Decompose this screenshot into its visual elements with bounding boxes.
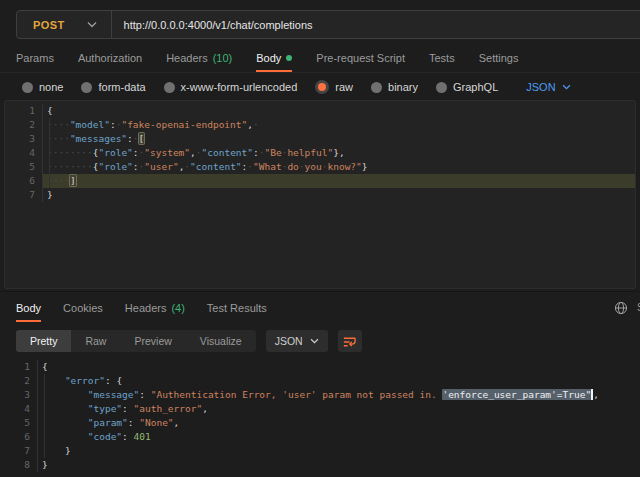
body-type-raw[interactable]: raw	[315, 80, 353, 94]
view-pretty[interactable]: Pretty	[16, 330, 71, 352]
response-tab-cookies[interactable]: Cookies	[63, 296, 103, 322]
code-token: "content"	[202, 147, 253, 158]
indent-guide	[49, 118, 50, 188]
request-body-editor[interactable]: 1{2····"model":·"fake-openai-endpoint",·…	[4, 100, 636, 289]
radio-icon	[371, 82, 382, 93]
code-token: ····	[47, 133, 70, 144]
method-selector[interactable]: POST	[17, 11, 111, 38]
body-type-form-data[interactable]: form-data	[81, 81, 145, 93]
text-wrap-icon	[342, 334, 357, 349]
body-type-x-www-form-urlencoded[interactable]: x-www-form-urlencoded	[164, 81, 298, 93]
code-token: "user"	[144, 161, 178, 172]
line-content: "param": "None",	[38, 416, 640, 430]
code-token: ········	[47, 147, 93, 158]
indent-guide	[44, 374, 45, 458]
body-type-none[interactable]: none	[22, 81, 63, 93]
code-token: ·	[133, 133, 139, 144]
code-token: "param"	[88, 417, 128, 428]
response-language-select[interactable]: JSON	[266, 330, 328, 352]
code-token: "Authentication Error, 'user' param not …	[151, 389, 443, 400]
tab-authorization[interactable]: Authorization	[78, 46, 142, 72]
code-line: 1{	[5, 104, 635, 118]
line-number: 3	[0, 388, 38, 402]
response-tabs: BodyCookiesHeaders(4)Test Results	[16, 296, 267, 322]
body-type-graphql[interactable]: GraphQL	[436, 81, 498, 93]
response-view-switcher: PrettyRawPreviewVisualize	[16, 330, 256, 352]
tab-label: Body	[256, 52, 281, 64]
response-tab-headers[interactable]: Headers(4)	[125, 296, 185, 322]
code-token: ]	[70, 175, 76, 186]
code-token: "code"	[88, 431, 122, 442]
code-line: 4········{"role":·"system",·"content":·"…	[5, 146, 635, 160]
globe-icon[interactable]	[614, 301, 628, 315]
tab-label: Headers	[166, 52, 208, 64]
response-toolbar: PrettyRawPreviewVisualize JSON	[16, 330, 362, 352]
code-token: "Be	[264, 147, 281, 158]
response-tab-body[interactable]: Body	[16, 296, 41, 322]
line-content: }	[43, 188, 635, 202]
view-raw[interactable]: Raw	[71, 330, 120, 352]
code-token: ····	[47, 119, 70, 130]
request-tabs: ParamsAuthorizationHeaders(10)BodyPre-re…	[16, 46, 640, 72]
wrap-lines-button[interactable]	[338, 330, 362, 352]
radio-selected-icon	[315, 80, 329, 94]
tab-body[interactable]: Body	[256, 46, 292, 72]
response-body-viewer[interactable]: 1{2 "error": {3 "message": "Authenticati…	[0, 356, 640, 477]
code-token: [	[139, 133, 145, 144]
line-number: 4	[0, 402, 38, 416]
radio-icon	[81, 82, 92, 93]
radio-icon	[22, 82, 33, 93]
line-number: 6	[0, 430, 38, 444]
tab-settings[interactable]: Settings	[479, 46, 519, 72]
code-token: "auth_error"	[134, 403, 203, 414]
code-token	[42, 389, 88, 400]
code-token: ········	[47, 161, 93, 172]
code-token: helpful"	[287, 147, 333, 158]
line-content: }	[38, 458, 640, 472]
code-token: ····	[47, 175, 70, 186]
line-content: ········{"role":·"user",·"content":·"Wha…	[43, 160, 635, 174]
code-line: 8}	[0, 458, 640, 472]
body-type-binary[interactable]: binary	[371, 81, 418, 93]
url-input[interactable]: http://0.0.0.0:4000/v1/chat/completions	[112, 19, 313, 31]
tab-headers[interactable]: Headers(10)	[166, 46, 232, 72]
tab-tests[interactable]: Tests	[429, 46, 455, 72]
line-content: "message": "Authentication Error, 'user'…	[38, 388, 640, 402]
unsaved-changes-dot-icon	[286, 55, 292, 61]
code-token: {	[42, 361, 48, 372]
code-token: }	[47, 189, 53, 200]
tab-params[interactable]: Params	[16, 46, 54, 72]
code-token: "fake-openai-endpoint"	[121, 119, 247, 130]
response-panel-separator	[0, 291, 640, 292]
body-type-label: none	[39, 81, 63, 93]
code-line: 3 "message": "Authentication Error, 'use…	[0, 388, 640, 402]
method-label: POST	[33, 19, 65, 31]
code-token: 'enforce_user_param'=True"	[442, 389, 591, 400]
response-body-code: 1{2 "error": {3 "message": "Authenticati…	[0, 360, 640, 472]
view-preview[interactable]: Preview	[120, 330, 185, 352]
code-token: "model"	[70, 119, 110, 130]
view-visualize[interactable]: Visualize	[186, 330, 256, 352]
body-type-label: GraphQL	[453, 81, 498, 93]
code-token: know?"	[327, 161, 361, 172]
body-language-select[interactable]: JSON	[526, 81, 570, 93]
response-tab-test-results[interactable]: Test Results	[207, 296, 267, 322]
tab-pre-request-script[interactable]: Pre-request Script	[316, 46, 405, 72]
code-token	[42, 375, 65, 386]
line-number: 1	[0, 360, 38, 374]
response-language-label: JSON	[275, 335, 303, 347]
request-body-code: 1{2····"model":·"fake-openai-endpoint",·…	[5, 104, 635, 202]
line-number: 6	[5, 174, 43, 188]
code-line: 7}	[5, 188, 635, 202]
code-token: "None"	[139, 417, 173, 428]
body-type-label: binary	[388, 81, 418, 93]
line-number: 1	[5, 104, 43, 118]
line-content: ····]	[43, 174, 635, 188]
line-content: {	[43, 104, 635, 118]
code-token: "role"	[99, 161, 133, 172]
code-token	[42, 431, 88, 442]
code-token: "content"	[190, 161, 241, 172]
code-token: ,	[174, 417, 180, 428]
radio-icon	[164, 82, 175, 93]
code-token: do	[287, 161, 298, 172]
